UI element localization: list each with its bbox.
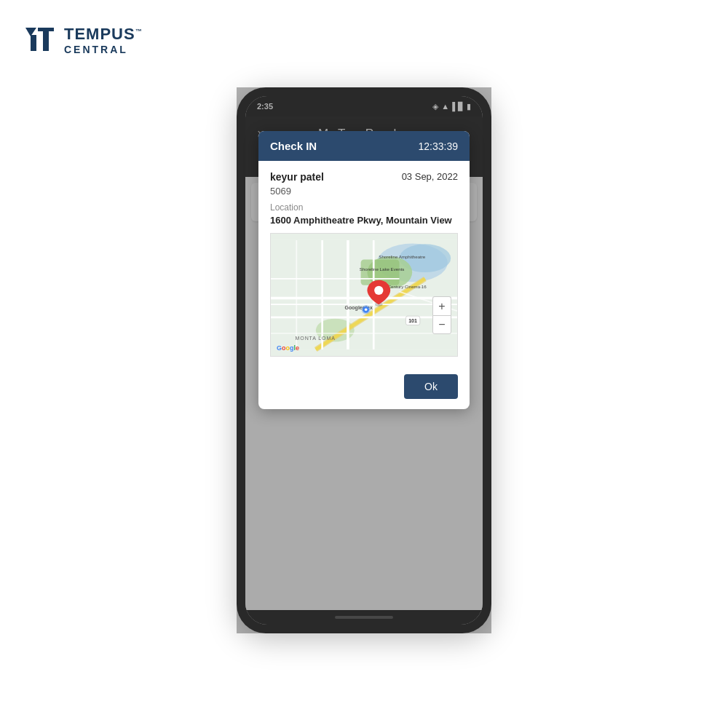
zoom-out-button[interactable]: − [432, 315, 451, 334]
ok-button[interactable]: Ok [404, 374, 458, 399]
zoom-in-button[interactable]: + [432, 296, 451, 315]
svg-text:MONTA LOMA: MONTA LOMA [296, 336, 336, 341]
tempus-logo-icon [22, 22, 58, 58]
logo-central: CENTRAL [64, 44, 143, 55]
map-svg: 101 Googleplex Shoreline Amphitheatre Sh… [271, 234, 457, 356]
logo-text: TEMPUS™ CENTRAL [64, 25, 143, 55]
logo: TEMPUS™ CENTRAL [22, 22, 143, 58]
modal-user-id: 5069 [270, 186, 458, 197]
modal-date: 03 Sep, 2022 [402, 177, 458, 182]
modal-location-value: 1600 Amphitheatre Pkwy, Mountain View [270, 215, 458, 226]
svg-text:Century Cinema·16: Century Cinema·16 [388, 284, 427, 289]
app-content: IN 03 Sep, 2022 12:33:39 📍 1600 ... Chec… [245, 177, 483, 610]
modal-row-top: keyur patel 03 Sep, 2022 [270, 177, 458, 183]
modal-overlay: Check IN 12:33:39 keyur patel 03 Sep, 20… [245, 177, 483, 610]
map-controls: + − [432, 296, 451, 334]
svg-text:101: 101 [408, 318, 417, 323]
phone-screen: 2:35 ◈ ▲ ▌▊ ▮ × My Tour Punch ▾ Pending … [245, 96, 483, 625]
modal-body: keyur patel 03 Sep, 2022 5069 Location 1… [258, 177, 470, 367]
modal-card: Check IN 12:33:39 keyur patel 03 Sep, 20… [258, 177, 470, 409]
modal-user-name: keyur patel [270, 177, 324, 183]
modal-footer: Ok [258, 367, 470, 409]
svg-point-31 [365, 309, 368, 312]
svg-rect-1 [31, 35, 36, 51]
modal-location-label: Location [270, 202, 458, 213]
phone-frame: 2:35 ◈ ▲ ▌▊ ▮ × My Tour Punch ▾ Pending … [237, 87, 491, 633]
svg-rect-2 [38, 28, 54, 31]
svg-text:Shoreline Lake Events: Shoreline Lake Events [360, 266, 405, 272]
logo-tempus: TEMPUS™ [64, 25, 143, 44]
svg-text:Shoreline Amphitheatre: Shoreline Amphitheatre [379, 254, 426, 259]
svg-point-33 [374, 286, 383, 295]
google-logo: Google [277, 344, 299, 352]
svg-rect-3 [43, 31, 49, 51]
map-area: 101 Googleplex Shoreline Amphitheatre Sh… [270, 233, 458, 357]
